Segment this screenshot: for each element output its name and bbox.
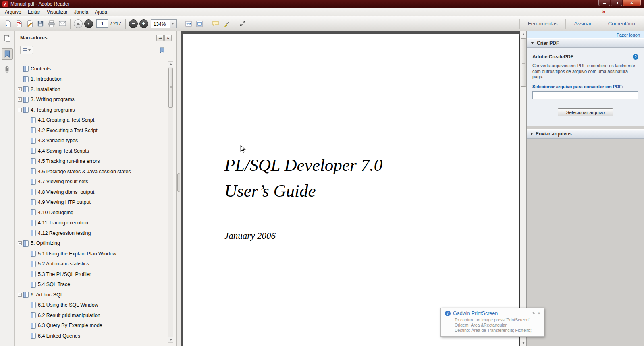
- save-icon[interactable]: [35, 18, 46, 29]
- zoom-dropdown-button[interactable]: [170, 20, 176, 28]
- document-area[interactable]: PL/SQL Developer 7.0 User’s Guide Januar…: [181, 31, 520, 346]
- expand-panel-button[interactable]: ▶: [164, 35, 172, 41]
- pdf-page[interactable]: PL/SQL Developer 7.0 User’s Guide Januar…: [183, 34, 519, 346]
- bookmark-item[interactable]: 4.3 Variable types: [15, 136, 168, 146]
- notification-header: i Gadwin PrintScreen ×: [441, 308, 544, 317]
- menu-item[interactable]: Visualizar: [44, 8, 71, 16]
- scrollbar-thumb[interactable]: [521, 38, 526, 87]
- expander-icon[interactable]: [18, 241, 22, 245]
- notification-close-icon[interactable]: ×: [538, 311, 540, 316]
- comment-bubble-icon[interactable]: [210, 18, 221, 29]
- options-list-icon: [23, 48, 27, 52]
- bookmark-label: 2. Installation: [31, 87, 60, 92]
- document-scrollbar[interactable]: [520, 31, 526, 346]
- file-input[interactable]: [532, 91, 638, 99]
- bookmark-page-icon: [23, 240, 29, 247]
- bookmark-item[interactable]: 6.4 Linked Queries: [15, 331, 168, 341]
- toolbar-panel-button[interactable]: Ferramentas: [519, 19, 566, 29]
- create-pdf-section-content: Adobe CreatePDF ? Converta arquivos em P…: [527, 48, 644, 126]
- bookmark-item[interactable]: 6.2 Result grid manipulation: [15, 310, 168, 321]
- toolbar-panel-button[interactable]: Comentário: [600, 19, 643, 29]
- toolbar-panel-button[interactable]: Assinar: [565, 19, 599, 29]
- bookmark-item[interactable]: 4.12 Regression testing: [15, 228, 168, 238]
- bookmark-item[interactable]: 4.11 Tracing execution: [15, 218, 168, 228]
- bookmark-item[interactable]: 4.5 Tracking run-time errors: [15, 156, 168, 167]
- menu-item[interactable]: Editar: [25, 8, 44, 16]
- bookmark-page-icon: [31, 209, 36, 215]
- bookmark-item[interactable]: Contents: [15, 64, 168, 74]
- menu-item[interactable]: Ajuda: [91, 8, 110, 16]
- email-icon[interactable]: [57, 18, 68, 29]
- scrollbar-thumb[interactable]: [168, 68, 173, 108]
- create-pdf-icon[interactable]: [13, 18, 24, 29]
- expander-icon[interactable]: [18, 293, 22, 297]
- open-file-icon[interactable]: [2, 18, 13, 29]
- menu-item[interactable]: Arquivo: [2, 8, 25, 16]
- page-thumbnails-button[interactable]: [2, 33, 13, 44]
- collapse-panel-button[interactable]: ◀◀: [156, 35, 164, 41]
- bookmark-item[interactable]: 5.2 Automatic statistics: [15, 259, 168, 269]
- logon-link[interactable]: Fazer logon: [617, 33, 640, 37]
- page-number-input[interactable]: [96, 19, 108, 28]
- expander-icon[interactable]: [18, 108, 22, 112]
- bookmark-item[interactable]: 6. Ad hoc SQL: [15, 290, 168, 300]
- scroll-down-button[interactable]: [168, 337, 173, 342]
- bookmark-item[interactable]: 3. Writing programs: [15, 95, 168, 105]
- bookmark-options-button[interactable]: [20, 46, 33, 54]
- bookmark-item[interactable]: 4.4 Saving Test Scripts: [15, 146, 168, 156]
- help-icon[interactable]: ?: [633, 54, 638, 60]
- bookmark-item[interactable]: 4.2 Executing a Test Script: [15, 125, 168, 136]
- panel-splitter[interactable]: [176, 31, 181, 346]
- zoom-in-button[interactable]: +: [139, 19, 148, 28]
- splitter-grip[interactable]: [177, 173, 180, 192]
- arrow-up-icon: [170, 63, 172, 65]
- attachments-button[interactable]: [2, 64, 13, 75]
- bookmark-item[interactable]: 1. Introduction: [15, 74, 168, 85]
- maximize-button[interactable]: [611, 0, 622, 6]
- previous-page-button[interactable]: [74, 19, 83, 28]
- sign-icon[interactable]: [24, 18, 35, 29]
- highlight-sign-icon[interactable]: [221, 18, 232, 29]
- bookmark-item[interactable]: 2. Installation: [15, 84, 168, 95]
- select-file-button[interactable]: Selecionar arquivo: [558, 108, 613, 116]
- send-files-section-header[interactable]: Enviar arquivos: [527, 129, 644, 139]
- fit-width-icon[interactable]: [183, 18, 194, 29]
- zoom-out-button[interactable]: −: [129, 19, 138, 28]
- panel-header-buttons: ◀◀ ▶: [156, 35, 172, 41]
- bookmark-item[interactable]: 4.7 Viewing result sets: [15, 177, 168, 187]
- bookmarks-scrollbar[interactable]: [168, 61, 173, 343]
- scroll-up-button[interactable]: [520, 31, 526, 37]
- bookmark-item[interactable]: 5.3 The PL/SQL Profiler: [15, 269, 168, 280]
- minimize-button[interactable]: [598, 0, 610, 6]
- document-close-icon[interactable]: ×: [602, 9, 605, 15]
- create-pdf-section-header[interactable]: Criar PDF: [527, 38, 644, 48]
- menu-item[interactable]: Janela: [71, 8, 91, 16]
- expander-icon[interactable]: [18, 87, 22, 91]
- bookmark-item[interactable]: 5.1 Using the Explain Plan Window: [15, 249, 168, 259]
- locate-current-bookmark-button[interactable]: [158, 46, 166, 54]
- print-icon[interactable]: [46, 18, 57, 29]
- bookmark-item[interactable]: 5. Optimizing: [15, 238, 168, 249]
- next-page-button[interactable]: [84, 19, 93, 28]
- bookmark-item[interactable]: 4.10 Debugging: [15, 207, 168, 218]
- bookmark-locate-icon: [160, 47, 165, 53]
- bookmark-item[interactable]: 4.1 Creating a Test Script: [15, 115, 168, 126]
- bookmark-item[interactable]: 4.6 Package states & Java session states: [15, 166, 168, 177]
- fullscreen-icon[interactable]: [237, 18, 248, 29]
- expander-icon[interactable]: [18, 97, 22, 102]
- bookmark-item[interactable]: 4.8 Viewing dbms_output: [15, 187, 168, 197]
- bookmark-item[interactable]: 6.1 Using the SQL Window: [15, 300, 168, 311]
- bookmark-item[interactable]: 5.4 SQL Trace: [15, 280, 168, 290]
- bookmarks-panel-button[interactable]: [2, 48, 13, 60]
- fit-page-icon[interactable]: [194, 18, 205, 29]
- select-file-link[interactable]: Selecionar arquivo para converter em PDF…: [532, 84, 638, 89]
- pin-icon[interactable]: [531, 311, 535, 316]
- bookmark-item[interactable]: 4. Testing programs: [15, 105, 168, 115]
- bookmark-page-icon: [31, 312, 36, 318]
- zoom-level-select[interactable]: 134%: [151, 19, 177, 28]
- bookmark-item[interactable]: 6.3 Query By Example mode: [15, 321, 168, 331]
- close-button[interactable]: ×: [623, 0, 641, 6]
- bookmark-item[interactable]: 4.9 Viewing HTP output: [15, 197, 168, 208]
- scroll-up-button[interactable]: [168, 62, 173, 67]
- scroll-down-button[interactable]: [520, 340, 526, 346]
